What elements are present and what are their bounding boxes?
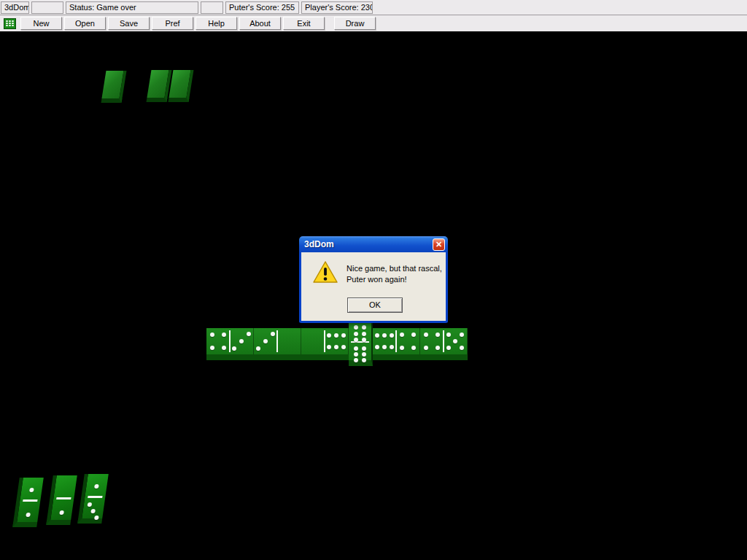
chain-tile-3-0 <box>254 328 301 354</box>
pip <box>210 346 214 350</box>
pip <box>382 333 387 338</box>
pip <box>327 345 331 349</box>
chain-tile-4-5 <box>420 328 468 354</box>
toolbar-buttons: NewOpenSavePrefHelpAboutExitDraw <box>20 17 378 30</box>
pip <box>354 332 358 336</box>
hand-domino-1-1[interactable] <box>12 478 44 527</box>
save-button[interactable]: Save <box>108 17 150 30</box>
pip <box>362 358 366 362</box>
pip <box>362 346 366 351</box>
pip <box>341 333 346 338</box>
pip <box>26 513 31 517</box>
divider <box>23 499 37 502</box>
hand-domino-1-3[interactable] <box>77 474 109 524</box>
toolbar-separator <box>327 17 334 30</box>
pip <box>210 332 214 337</box>
pip <box>341 345 346 349</box>
pip <box>271 332 275 336</box>
divider <box>229 330 231 352</box>
status-panel-3 <box>201 1 223 14</box>
divider <box>88 496 102 498</box>
pip <box>460 332 464 337</box>
help-button[interactable]: Help <box>196 17 237 30</box>
divider <box>56 497 71 499</box>
chain-tile-0-6 <box>301 328 349 354</box>
pip <box>354 352 358 357</box>
about-button[interactable]: About <box>239 17 281 30</box>
pip <box>88 502 93 507</box>
chain-double-6-6 <box>349 323 373 366</box>
status-strip: 3dDomStatus: Game overPuter's Score: 255… <box>0 0 747 15</box>
pip <box>400 346 404 350</box>
pip <box>424 346 428 350</box>
divider <box>324 330 325 352</box>
facedown-domino-0 <box>101 71 127 103</box>
status-panel-1 <box>31 1 63 14</box>
chain-tile-6-4 <box>373 328 420 354</box>
pref-button[interactable]: Pref <box>152 17 193 30</box>
pip <box>94 484 99 489</box>
pip <box>327 333 331 338</box>
exit-button[interactable]: Exit <box>283 17 325 30</box>
pip <box>247 332 251 336</box>
pip <box>232 346 236 351</box>
pip <box>362 325 366 330</box>
pip <box>446 332 451 337</box>
draw-button[interactable]: Draw <box>334 17 376 30</box>
pip <box>354 358 358 362</box>
pip <box>239 339 244 343</box>
pip <box>382 345 387 349</box>
divider <box>276 330 278 352</box>
dialog-title: 3dDom <box>304 239 433 249</box>
new-button[interactable]: New <box>20 17 62 30</box>
dialog-titlebar[interactable]: 3dDom ✕ <box>299 236 448 252</box>
chain-tile-4-3 <box>206 328 254 354</box>
pip <box>334 345 338 349</box>
pip <box>354 346 358 351</box>
hand-domino-0-1[interactable] <box>46 475 77 525</box>
facedown-domino-2 <box>169 70 194 102</box>
pip <box>400 332 404 337</box>
pip <box>390 345 394 349</box>
pip <box>222 346 226 350</box>
pip <box>375 333 379 338</box>
pip <box>411 346 416 350</box>
pip <box>354 325 358 330</box>
game-over-dialog: 3dDom ✕ Nice game, but that rascal, Pute… <box>299 237 448 323</box>
ok-button[interactable]: OK <box>347 298 403 313</box>
pip <box>362 332 366 336</box>
pip <box>453 339 457 343</box>
pip <box>362 352 366 357</box>
pip <box>375 345 379 349</box>
pip <box>411 332 416 337</box>
pip <box>424 332 428 337</box>
pip <box>390 333 394 338</box>
divider <box>443 330 444 352</box>
pip <box>436 346 440 350</box>
domino-grid-icon <box>4 18 16 29</box>
pip <box>256 346 260 351</box>
pip <box>29 488 34 492</box>
open-button[interactable]: Open <box>64 17 106 30</box>
status-panel-4: Puter's Score: 255 <box>225 1 299 14</box>
close-icon[interactable]: ✕ <box>433 238 445 251</box>
chain-front-edge <box>206 354 468 360</box>
pip <box>446 346 451 350</box>
pip <box>263 339 268 343</box>
facedown-domino-1 <box>147 70 172 102</box>
pip <box>334 333 338 338</box>
pip <box>222 332 226 337</box>
pip <box>59 510 64 515</box>
pip <box>460 346 464 350</box>
status-panel-0: 3dDom <box>1 1 29 14</box>
pip <box>94 516 99 520</box>
pip <box>436 332 440 337</box>
dialog-message: Nice game, but that rascal, Puter won ag… <box>347 263 442 285</box>
status-panel-2: Status: Game over <box>66 1 198 14</box>
toolbar: NewOpenSavePrefHelpAboutExitDraw <box>0 15 747 31</box>
status-panel-5: Player's Score: 230 <box>301 1 373 14</box>
dialog-body: Nice game, but that rascal, Puter won ag… <box>301 252 446 319</box>
warning-icon <box>313 261 338 284</box>
pip <box>90 509 96 513</box>
divider <box>395 330 397 352</box>
